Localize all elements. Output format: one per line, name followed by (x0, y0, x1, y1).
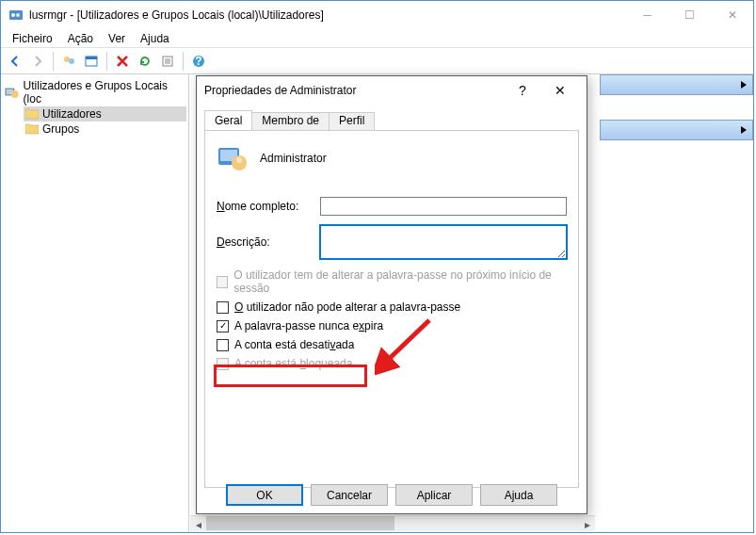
computer-users-icon (5, 85, 20, 100)
svg-point-4 (69, 58, 74, 64)
scroll-track[interactable] (206, 516, 579, 531)
svg-point-11 (11, 90, 19, 98)
checkbox-icon[interactable] (217, 301, 229, 314)
label-desc: Descrição: (217, 235, 320, 249)
list-icon (160, 54, 175, 69)
x-icon (115, 54, 130, 69)
check-label: A conta está desativada (234, 338, 354, 351)
help-icon: ? (191, 54, 206, 69)
app-icon (8, 8, 24, 23)
titlebar: lusrmgr - [Utilizadores e Grupos Locais … (1, 1, 753, 29)
tree-root-label: Utilizadores e Grupos Locais (loc (24, 79, 185, 105)
svg-point-15 (236, 157, 242, 163)
tree-pane: Utilizadores e Grupos Locais (loc Utiliz… (1, 74, 189, 532)
check-label: A conta está bloqueada (234, 357, 352, 370)
tree-grupos-label: Grupos (42, 122, 79, 136)
window-icon (84, 54, 99, 69)
menu-ajuda[interactable]: Ajuda (133, 30, 177, 47)
tree-utilizadores-label: Utilizadores (42, 107, 102, 121)
tree-root[interactable]: Utilizadores e Grupos Locais (loc (3, 78, 186, 106)
tree-grupos[interactable]: Grupos (24, 122, 186, 137)
scroll-thumb[interactable] (206, 516, 394, 530)
tab-membro[interactable]: Membro de (251, 112, 330, 132)
actions-pane (600, 74, 753, 140)
forward-button[interactable] (27, 51, 48, 72)
action-header-2[interactable] (600, 120, 753, 140)
back-button[interactable] (5, 51, 25, 72)
arrow-right-icon (30, 54, 45, 69)
checkbox-icon (217, 358, 229, 370)
help-button[interactable]: ? (188, 51, 209, 72)
row-desc: Descrição: (217, 225, 567, 259)
action-header-1[interactable] (600, 74, 753, 95)
tree-utilizadores[interactable]: Utilizadores (24, 106, 186, 122)
svg-point-1 (11, 13, 15, 17)
tab-panel-geral: Administrator Nome completo: Descrição: … (204, 130, 579, 488)
help-button[interactable]: Ajuda (480, 484, 557, 506)
tab-geral[interactable]: Geral (204, 110, 252, 130)
user-header: Administrator (217, 142, 567, 174)
maximize-button[interactable]: ☐ (668, 2, 711, 29)
check-account-disabled[interactable]: A conta está desativada (217, 338, 567, 351)
refresh-icon (137, 54, 153, 69)
input-nome-completo[interactable] (320, 197, 567, 216)
dialog-titlebar: Propriedades de Administrator ? ✕ (197, 76, 587, 105)
cancel-button[interactable]: Cancelar (311, 484, 388, 506)
dialog-close-button[interactable]: ✕ (541, 83, 579, 98)
check-cannot-change[interactable]: O utilizador não pode alterar a palavra-… (217, 300, 567, 314)
menu-ficheiro[interactable]: Ficheiro (5, 30, 60, 47)
svg-text:?: ? (195, 55, 201, 68)
scroll-left-button[interactable]: ◂ (190, 516, 206, 532)
folder-icon (25, 108, 39, 120)
toolbar: ? (1, 48, 753, 74)
checkbox-icon[interactable] (217, 339, 229, 351)
close-button[interactable]: ✕ (711, 2, 753, 29)
label-nome: Nome completo: (217, 200, 320, 213)
scroll-right-button[interactable]: ▸ (579, 516, 595, 532)
delete-button[interactable] (112, 51, 133, 72)
refresh-button[interactable] (135, 51, 155, 72)
menu-ver[interactable]: Ver (101, 30, 133, 47)
checkbox-icon (217, 276, 228, 288)
dialog-help-button[interactable]: ? (504, 83, 541, 98)
users-icon (61, 54, 76, 69)
svg-rect-6 (86, 57, 97, 59)
user-avatar-icon (217, 142, 249, 174)
minimize-button[interactable]: ─ (626, 2, 668, 29)
apply-button[interactable]: Aplicar (395, 484, 473, 506)
check-label: A palavra-passe nunca expira (234, 319, 383, 332)
ok-button[interactable]: OK (226, 484, 303, 506)
horizontal-scrollbar[interactable]: ◂ ▸ (190, 515, 595, 531)
check-account-locked: A conta está bloqueada (217, 357, 567, 370)
svg-point-2 (16, 13, 20, 17)
checkbox-icon[interactable] (217, 320, 229, 332)
add-group-button[interactable] (58, 51, 79, 72)
collapse-icon (741, 81, 747, 89)
folder-icon (25, 123, 39, 135)
collapse-icon (741, 126, 747, 134)
input-descricao[interactable] (320, 225, 567, 259)
check-label: O utilizador não pode alterar a palavra-… (234, 300, 460, 314)
dialog-button-row: OK Cancelar Aplicar Ajuda (204, 484, 579, 506)
arrow-left-icon (8, 54, 23, 69)
row-nome: Nome completo: (217, 197, 567, 216)
dialog-title: Propriedades de Administrator (204, 84, 504, 97)
check-never-expires[interactable]: A palavra-passe nunca expira (217, 319, 567, 332)
toolbar-separator (53, 52, 54, 71)
properties-dialog: Propriedades de Administrator ? ✕ Geral … (196, 75, 587, 514)
tab-strip: Geral Membro de Perfil (197, 105, 587, 130)
toolbar-separator (183, 52, 184, 71)
username-label: Administrator (260, 152, 327, 165)
menu-acao[interactable]: Ação (60, 30, 101, 47)
check-must-change: O utilizador tem de alterar a palavra-pa… (217, 268, 567, 295)
properties-button[interactable] (81, 51, 102, 72)
tab-perfil[interactable]: Perfil (329, 112, 375, 132)
check-label: O utilizador tem de alterar a palavra-pa… (233, 268, 567, 295)
export-button[interactable] (157, 51, 178, 72)
window-title: lusrmgr - [Utilizadores e Grupos Locais … (29, 8, 626, 22)
menubar: Ficheiro Ação Ver Ajuda (1, 29, 753, 48)
toolbar-separator (106, 52, 107, 71)
